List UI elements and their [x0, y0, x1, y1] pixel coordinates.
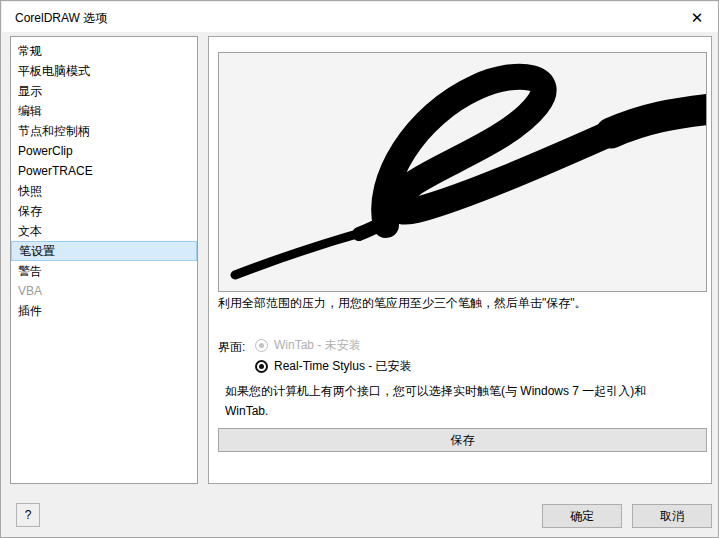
radio-realtime-stylus[interactable]: Real-Time Stylus - 已安装: [255, 358, 412, 374]
radio-wintab-icon: [255, 339, 268, 352]
title-bar: CorelDRAW 选项 ✕: [2, 2, 718, 32]
interface-note-line1: 如果您的计算机上有两个接口，您可以选择实时触笔(与 Windows 7 一起引入…: [225, 381, 705, 401]
pen-pressure-preview[interactable]: [218, 52, 707, 292]
sidebar-item-warnings[interactable]: 警告: [11, 261, 197, 281]
sidebar-item-edit[interactable]: 编辑: [11, 101, 197, 121]
sidebar-item-general[interactable]: 常规: [11, 41, 197, 61]
save-button[interactable]: 保存: [218, 428, 707, 452]
cancel-button[interactable]: 取消: [632, 504, 712, 528]
sidebar-item-powertrace[interactable]: PowerTRACE: [11, 161, 197, 181]
radio-realtime-stylus-icon[interactable]: [255, 360, 268, 373]
ok-button[interactable]: 确定: [542, 504, 622, 528]
sidebar-item-powerclip[interactable]: PowerClip: [11, 141, 197, 161]
category-list: 常规 平板电脑模式 显示 编辑 节点和控制柄 PowerClip PowerTR…: [10, 36, 198, 484]
pen-settings-panel: 利用全部范围的压力，用您的笔应用至少三个笔触，然后单击"保存"。 界面: Win…: [208, 36, 712, 484]
sidebar-item-text[interactable]: 文本: [11, 221, 197, 241]
help-button[interactable]: ?: [16, 503, 40, 527]
interface-label: 界面:: [218, 339, 245, 356]
radio-wintab-label: WinTab - 未安装: [274, 337, 361, 354]
radio-realtime-stylus-label: Real-Time Stylus - 已安装: [274, 358, 412, 375]
close-icon[interactable]: ✕: [687, 8, 707, 28]
sidebar-item-snapshot[interactable]: 快照: [11, 181, 197, 201]
radio-wintab: WinTab - 未安装: [255, 337, 361, 353]
interface-note: 如果您的计算机上有两个接口，您可以选择实时触笔(与 Windows 7 一起引入…: [225, 381, 705, 421]
sidebar-item-vba[interactable]: VBA: [11, 281, 197, 301]
sidebar-item-pen-settings[interactable]: 笔设置: [11, 241, 197, 261]
sidebar-item-plugins[interactable]: 插件: [11, 301, 197, 321]
pressure-instruction-text: 利用全部范围的压力，用您的笔应用至少三个笔触，然后单击"保存"。: [218, 295, 710, 312]
sidebar-item-nodes-handles[interactable]: 节点和控制柄: [11, 121, 197, 141]
sidebar-item-save[interactable]: 保存: [11, 201, 197, 221]
sidebar-item-display[interactable]: 显示: [11, 81, 197, 101]
sidebar-item-tablet-mode[interactable]: 平板电脑模式: [11, 61, 197, 81]
pen-stroke: [219, 53, 706, 291]
interface-note-line2: WinTab.: [225, 401, 705, 421]
dialog-title: CorelDRAW 选项: [15, 10, 107, 27]
options-dialog: CorelDRAW 选项 ✕ 常规 平板电脑模式 显示 编辑 节点和控制柄 Po…: [0, 0, 719, 538]
